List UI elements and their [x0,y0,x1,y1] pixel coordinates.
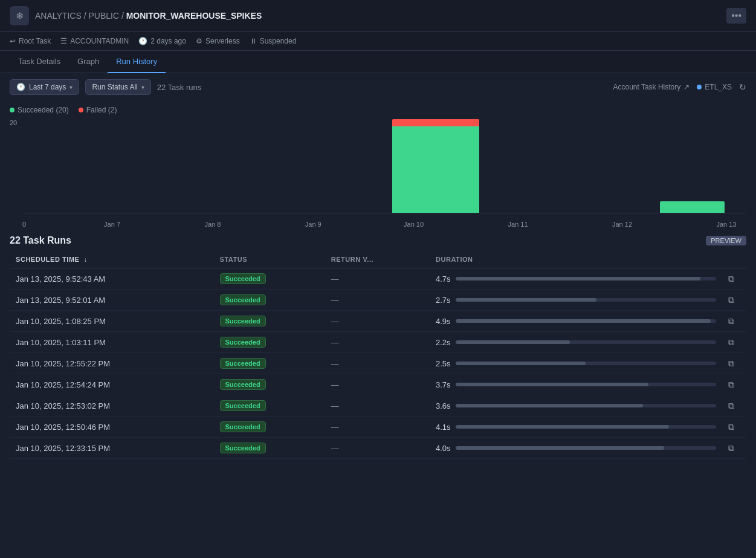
col-status[interactable]: STATUS [214,251,325,268]
cell-status: Succeeded [214,374,325,395]
col-duration[interactable]: DURATION [430,251,722,268]
cell-status: Succeeded [214,395,325,417]
chevron-down-icon-2: ▾ [141,84,144,91]
table-container[interactable]: SCHEDULED TIME ↓ STATUS RETURN V... DURA… [0,251,756,459]
table-row[interactable]: Jan 10, 2025, 12:53:02 PM Succeeded — 3.… [10,395,746,417]
cell-action[interactable]: ⧉ [722,290,746,311]
table-row[interactable]: Jan 10, 2025, 1:08:25 PM Succeeded — 4.9… [10,311,746,332]
cell-return-value: — [325,268,430,290]
cell-action[interactable]: ⧉ [722,417,746,438]
row-action-icon[interactable]: ⧉ [728,358,734,368]
x-label-jan12: Jan 12 [612,221,632,228]
account-task-history-link[interactable]: Account Task History ↗ [613,83,690,91]
tab-graph[interactable]: Graph [69,51,108,73]
cell-status: Succeeded [214,311,325,332]
duration-bar-bg [456,383,716,386]
time-filter-button[interactable]: 🕐 Last 7 days ▾ [10,79,79,95]
tabs-bar: Task Details Graph Run History [0,51,756,73]
col-return-value[interactable]: RETURN V... [325,251,430,268]
duration-bar-fill [456,446,664,450]
duration-bar-fill [456,383,648,386]
etl-label: ETL_XS [705,83,732,91]
x-label-jan11: Jan 11 [508,221,528,228]
cell-action[interactable]: ⧉ [722,353,746,374]
status-label: Suspended [260,37,297,45]
more-options-button[interactable]: ••• [726,8,746,24]
table-row[interactable]: Jan 10, 2025, 12:50:46 PM Succeeded — 4.… [10,417,746,438]
table-row[interactable]: Jan 10, 2025, 12:54:24 PM Succeeded — 3.… [10,374,746,395]
etl-dot [697,85,702,89]
x-label-jan8: Jan 8 [204,221,221,228]
account-icon: ☰ [60,37,67,45]
cell-action[interactable]: ⧉ [722,374,746,395]
table-row[interactable]: Jan 10, 2025, 12:33:15 PM Succeeded — 4.… [10,438,746,459]
account-label: ACCOUNTADMIN [70,37,129,45]
cell-scheduled-time: Jan 13, 2025, 9:52:01 AM [10,290,214,311]
duration-bar-fill [456,277,701,281]
meta-status: ⏸ Suspended [250,37,297,45]
cell-return-value: — [325,311,430,332]
cell-action[interactable]: ⧉ [722,438,746,459]
row-action-icon[interactable]: ⧉ [728,295,734,305]
cell-status: Succeeded [214,353,325,374]
time-filter-label: Last 7 days [29,83,66,91]
cell-duration: 4.0s [430,438,722,459]
tab-run-history[interactable]: Run History [108,51,166,73]
toolbar: 🕐 Last 7 days ▾ Run Status All ▾ 22 Task… [0,73,756,101]
chevron-down-icon: ▾ [69,84,73,91]
duration-bar-bg [456,277,716,281]
succeeded-dot [10,108,15,112]
duration-bar-bg [456,404,716,407]
cell-scheduled-time: Jan 10, 2025, 12:55:22 PM [10,353,214,374]
cell-action[interactable]: ⧉ [722,268,746,290]
legend-failed-label: Failed (2) [86,106,117,114]
col-scheduled-time[interactable]: SCHEDULED TIME ↓ [10,251,214,268]
task-runs-table: SCHEDULED TIME ↓ STATUS RETURN V... DURA… [10,251,746,459]
cell-duration: 2.5s [430,353,722,374]
meta-compute: ⚙ Serverless [196,37,240,45]
bar-jan10-succeeded [392,126,479,213]
cell-action[interactable]: ⧉ [722,395,746,417]
row-action-icon[interactable]: ⧉ [728,316,734,326]
row-action-icon[interactable]: ⧉ [728,401,734,410]
table-header-row: SCHEDULED TIME ↓ STATUS RETURN V... DURA… [10,251,746,268]
cell-action[interactable]: ⧉ [722,332,746,353]
tab-task-details[interactable]: Task Details [10,51,69,73]
cell-return-value: — [325,374,430,395]
cell-duration: 4.9s [430,311,722,332]
cell-return-value: — [325,438,430,459]
refresh-button[interactable]: ↻ [739,82,746,92]
toolbar-right: Account Task History ↗ ETL_XS ↻ [613,82,746,92]
duration-bar-bg [456,340,716,344]
cell-scheduled-time: Jan 13, 2025, 9:52:43 AM [10,268,214,290]
duration-cell: 4.7s [436,274,716,284]
cell-status: Succeeded [214,332,325,353]
duration-value: 2.2s [436,338,451,347]
cell-action[interactable]: ⧉ [722,311,746,332]
row-action-icon[interactable]: ⧉ [728,274,734,284]
root-task-icon: ↩ [10,37,16,45]
cell-scheduled-time: Jan 10, 2025, 1:03:11 PM [10,332,214,353]
status-filter-button[interactable]: Run Status All ▾ [85,79,150,95]
x-axis: 0 Jan 7 Jan 8 Jan 9 Jan 10 Jan 11 Jan 12… [24,221,746,228]
chart-area: Succeeded (20) Failed (2) 20 0 Jan 7 Jan… [0,101,756,228]
duration-value: 2.7s [436,296,451,305]
table-body: Jan 13, 2025, 9:52:43 AM Succeeded — 4.7… [10,268,746,459]
row-action-icon[interactable]: ⧉ [728,443,734,453]
table-row[interactable]: Jan 10, 2025, 1:03:11 PM Succeeded — 2.2… [10,332,746,353]
row-action-icon[interactable]: ⧉ [728,422,734,432]
x-label-jan7: Jan 7 [104,221,120,228]
table-row[interactable]: Jan 10, 2025, 12:55:22 PM Succeeded — 2.… [10,353,746,374]
table-row[interactable]: Jan 13, 2025, 9:52:43 AM Succeeded — 4.7… [10,268,746,290]
row-action-icon[interactable]: ⧉ [728,380,734,389]
duration-cell: 3.7s [436,380,716,389]
legend-failed: Failed (2) [79,106,117,114]
breadcrumb: ANALYTICS / PUBLIC / MONITOR_WAREHOUSE_S… [35,11,262,21]
duration-value: 2.5s [436,359,451,368]
duration-cell: 4.0s [436,444,716,453]
table-row[interactable]: Jan 13, 2025, 9:52:01 AM Succeeded — 2.7… [10,290,746,311]
cell-scheduled-time: Jan 10, 2025, 12:50:46 PM [10,417,214,438]
cell-status: Succeeded [214,438,325,459]
row-action-icon[interactable]: ⧉ [728,337,734,347]
duration-value: 4.1s [436,423,451,432]
